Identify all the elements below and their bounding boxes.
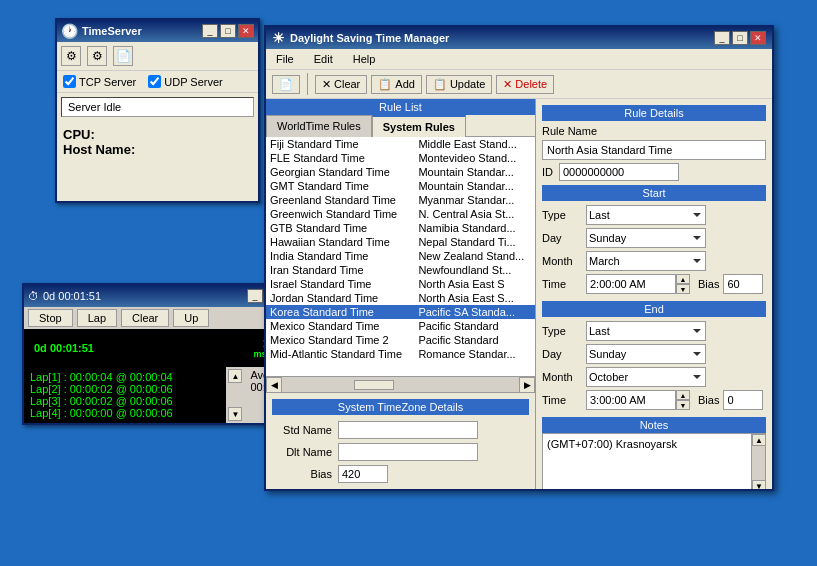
table-row[interactable]: Mexico Standard Time 2Pacific Standard: [266, 333, 535, 347]
table-row[interactable]: Hawaiian Standard TimeNepal Standard Ti.…: [266, 235, 535, 249]
server-info: CPU: Host Name:: [57, 121, 258, 201]
end-time-row: Time ▲ ▼ Bias: [542, 390, 766, 410]
up-button[interactable]: Up: [173, 309, 209, 327]
table-row[interactable]: Jordan Standard TimeNorth Asia East S...: [266, 291, 535, 305]
close-button[interactable]: ✕: [238, 24, 254, 38]
end-month-select[interactable]: October: [586, 367, 706, 387]
add-button[interactable]: 📋 Add: [371, 75, 422, 94]
cpu-label: CPU:: [63, 127, 252, 142]
table-row[interactable]: GTB Standard TimeNamibia Standard...: [266, 221, 535, 235]
bias-input[interactable]: [338, 465, 388, 483]
end-day-select[interactable]: Sunday: [586, 344, 706, 364]
clear-icon: ✕: [322, 78, 331, 91]
table-row[interactable]: Georgian Standard TimeMountain Standar..…: [266, 165, 535, 179]
update-button[interactable]: 📋 Update: [426, 75, 492, 94]
table-row[interactable]: Mid-Atlantic Standard TimeRomance Standa…: [266, 347, 535, 361]
end-type-label: Type: [542, 325, 582, 337]
start-type-select[interactable]: Last: [586, 205, 706, 225]
delete-label: Delete: [515, 78, 547, 90]
clear-button[interactable]: Clear: [121, 309, 169, 327]
notes-scroll-down-btn[interactable]: ▼: [752, 480, 766, 489]
start-time-input[interactable]: [586, 274, 676, 294]
udp-server-checkbox-label[interactable]: UDP Server: [148, 75, 222, 88]
end-type-select[interactable]: Last: [586, 321, 706, 341]
tcp-server-checkbox-label[interactable]: TCP Server: [63, 75, 136, 88]
maximize-button[interactable]: □: [220, 24, 236, 38]
table-row[interactable]: Greenwich Standard TimeN. Central Asia S…: [266, 207, 535, 221]
clear-button[interactable]: ✕ Clear: [315, 75, 367, 94]
start-time-down-btn[interactable]: ▼: [676, 284, 690, 294]
dst-menubar: File Edit Help: [266, 49, 772, 70]
timeserver-icon: 🕐: [61, 23, 78, 39]
toolbar-icon-1[interactable]: ⚙: [61, 46, 81, 66]
dlt-name-input[interactable]: [338, 443, 478, 461]
end-bias-label: Bias: [698, 394, 719, 406]
rule-details-header: Rule Details: [542, 105, 766, 121]
timeserver-title-area: 🕐 TimeServer: [61, 23, 142, 39]
rule-list[interactable]: Fiji Standard TimeMiddle East Stand... F…: [266, 137, 535, 376]
std-name-input[interactable]: [338, 421, 478, 439]
dst-maximize-button[interactable]: □: [732, 31, 748, 45]
table-row[interactable]: Fiji Standard TimeMiddle East Stand...: [266, 137, 535, 151]
update-icon: 📋: [433, 78, 447, 91]
lap-4: Lap[4] : 00:00:00 @ 00:00:06: [30, 407, 220, 419]
start-time-spinner: ▲ ▼: [676, 274, 690, 294]
start-month-select[interactable]: March: [586, 251, 706, 271]
start-month-label: Month: [542, 255, 582, 267]
minimize-button[interactable]: _: [202, 24, 218, 38]
end-time-down-btn[interactable]: ▼: [676, 400, 690, 410]
toolbar-icon-2[interactable]: ⚙: [87, 46, 107, 66]
end-bias-input[interactable]: [723, 390, 763, 410]
sw-minimize-button[interactable]: _: [247, 289, 263, 303]
horizontal-scrollbar[interactable]: ◀ ▶: [266, 376, 535, 392]
menu-edit[interactable]: Edit: [310, 52, 337, 66]
table-row[interactable]: Greenland Standard TimeMyanmar Standar..…: [266, 193, 535, 207]
menu-file[interactable]: File: [272, 52, 298, 66]
menu-help[interactable]: Help: [349, 52, 380, 66]
table-row[interactable]: GMT Standard TimeMountain Standar...: [266, 179, 535, 193]
end-section: End Type Last Day Sunday Month Oct: [542, 301, 766, 413]
scrollbar-track[interactable]: [284, 380, 517, 390]
tab-worldtime-rules[interactable]: WorldTime Rules: [266, 115, 372, 137]
scrollbar-thumb[interactable]: [354, 380, 394, 390]
tcp-server-checkbox[interactable]: [63, 75, 76, 88]
start-day-select[interactable]: Sunday: [586, 228, 706, 248]
notes-scrollbar[interactable]: ▲ ▼: [751, 434, 765, 489]
scroll-left-btn[interactable]: ◀: [266, 377, 282, 393]
hostname-label: Host Name:: [63, 142, 252, 157]
lap-button[interactable]: Lap: [77, 309, 117, 327]
stop-button[interactable]: Stop: [28, 309, 73, 327]
tab-system-rules[interactable]: System Rules: [372, 115, 466, 137]
notes-text: (GMT+07:00) Krasnoyarsk: [547, 438, 677, 450]
scroll-up-btn[interactable]: ▲: [228, 369, 242, 383]
udp-server-checkbox[interactable]: [148, 75, 161, 88]
lap-2: Lap[2] : 00:00:02 @ 00:00:06: [30, 383, 220, 395]
rule-list-header: Rule List: [266, 99, 535, 115]
update-label: Update: [450, 78, 485, 90]
dst-manager-window: ☀ Daylight Saving Time Manager _ □ ✕ Fil…: [264, 25, 774, 491]
dst-minimize-button[interactable]: _: [714, 31, 730, 45]
table-row[interactable]: Iran Standard TimeNewfoundland St...: [266, 263, 535, 277]
delete-button[interactable]: ✕ Delete: [496, 75, 554, 94]
table-row[interactable]: FLE Standard TimeMontevideo Stand...: [266, 151, 535, 165]
table-row[interactable]: India Standard TimeNew Zealand Stand...: [266, 249, 535, 263]
end-time-spinner-group: ▲ ▼: [586, 390, 690, 410]
toolbar-icon-3[interactable]: 📄: [113, 46, 133, 66]
table-row[interactable]: Israel Standard TimeNorth Asia East S: [266, 277, 535, 291]
scroll-down-btn[interactable]: ▼: [228, 407, 242, 421]
rule-name-input[interactable]: [542, 140, 766, 160]
notes-scroll-up-btn[interactable]: ▲: [752, 434, 766, 446]
table-row[interactable]: Mexico Standard TimePacific Standard: [266, 319, 535, 333]
table-row-selected[interactable]: Korea Standard TimePacific SA Standa...: [266, 305, 535, 319]
timeserver-window-controls: _ □ ✕: [202, 24, 254, 38]
end-time-input[interactable]: [586, 390, 676, 410]
start-time-up-btn[interactable]: ▲: [676, 274, 690, 284]
start-time-row: Time ▲ ▼ Bias: [542, 274, 766, 294]
dst-close-button[interactable]: ✕: [750, 31, 766, 45]
new-button[interactable]: 📄: [272, 75, 300, 94]
id-input[interactable]: [559, 163, 679, 181]
end-time-up-btn[interactable]: ▲: [676, 390, 690, 400]
start-bias-input[interactable]: [723, 274, 763, 294]
lap-3: Lap[3] : 00:00:02 @ 00:00:06: [30, 395, 220, 407]
scroll-right-btn[interactable]: ▶: [519, 377, 535, 393]
